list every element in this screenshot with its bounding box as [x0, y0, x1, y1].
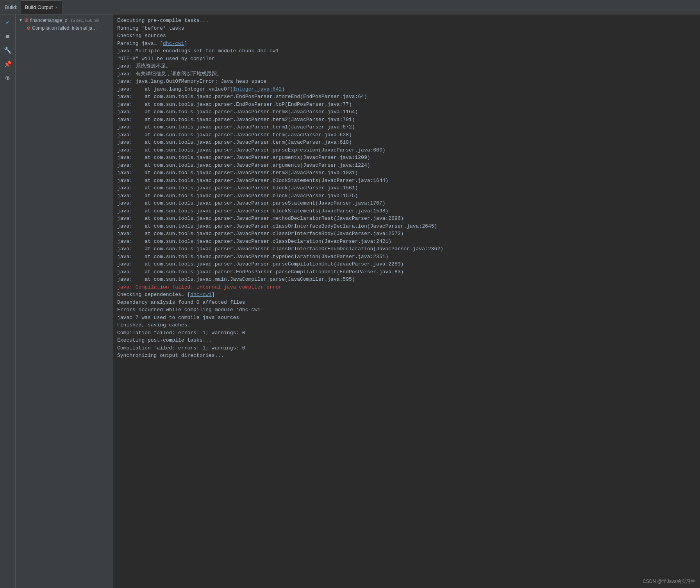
- output-line: java: at com.sun.tools.javac.parser.Java…: [117, 177, 696, 185]
- output-line: java: at com.sun.tools.javac.parser.Java…: [117, 184, 696, 192]
- output-line: java: at com.sun.tools.javac.parser.Java…: [117, 253, 696, 261]
- output-line: java: at com.sun.tools.javac.parser.EndP…: [117, 93, 696, 101]
- output-line: java: at com.sun.tools.javac.parser.Java…: [117, 131, 696, 139]
- output-line: java: java.lang.OutOfMemoryError: Java h…: [117, 78, 696, 86]
- main-layout: ✓ ◼ 🔧 📌 👁 ▼ ⊘ financemanage_z 15 sec, 65…: [0, 14, 700, 588]
- output-line: java: at com.sun.tools.javac.parser.Java…: [117, 123, 696, 131]
- output-link[interactable]: dhc-cw1: [163, 41, 184, 46]
- build-output-tab[interactable]: Build Output ×: [21, 0, 62, 14]
- output-line: Executing pre-compile tasks...: [117, 17, 696, 25]
- watermark: CSDN @学Java的实习生: [643, 578, 695, 585]
- output-line: Errors occurred while compiling module '…: [117, 306, 696, 314]
- output-line: java: at com.sun.tools.javac.parser.Java…: [117, 260, 696, 268]
- pin-icon[interactable]: 📌: [2, 58, 14, 71]
- output-line: java: at com.sun.tools.javac.parser.Java…: [117, 200, 696, 207]
- tab-close-button[interactable]: ×: [55, 5, 57, 10]
- output-line: java: at com.sun.tools.javac.parser.Java…: [117, 192, 696, 200]
- output-line: java: at com.sun.tools.javac.parser.Java…: [117, 230, 696, 238]
- output-line: Parsing java… [dhc-cw1]: [117, 40, 696, 48]
- output-line: java: at com.sun.tools.javac.main.JavaCo…: [117, 276, 696, 283]
- build-label: Build:: [0, 4, 21, 10]
- output-line: java: at com.sun.tools.javac.parser.Java…: [117, 154, 696, 162]
- sidebar: ✓ ◼ 🔧 📌 👁: [0, 14, 16, 588]
- output-line: Synchronizing output directories...: [117, 352, 696, 360]
- output-line: java: at java.lang.Integer.valueOf(Integ…: [117, 86, 696, 93]
- output-line: java: at com.sun.tools.javac.parser.Java…: [117, 238, 696, 246]
- output-line: Dependency analysis found 0 affected fil…: [117, 299, 696, 306]
- output-line: java: at com.sun.tools.javac.parser.Java…: [117, 245, 696, 253]
- output-line: Checking sources: [117, 32, 696, 40]
- output-line: Executing post-compile tasks...: [117, 337, 696, 344]
- output-line: Checking dependencies… [dhc-cw1]: [117, 291, 696, 299]
- output-link[interactable]: Integer.java:642: [233, 86, 282, 92]
- output-line: java: at com.sun.tools.javac.parser.Java…: [117, 108, 696, 116]
- output-line: Compilation failed: errors: 1; warnings:…: [117, 344, 696, 352]
- output-line: java: Compilation failed: internal java …: [117, 283, 696, 291]
- output-line: java: Multiple encodings set for module …: [117, 47, 696, 55]
- output-line: java: at com.sun.tools.javac.parser.Java…: [117, 146, 696, 154]
- output-line: Running 'before' tasks: [117, 25, 696, 32]
- output-line: java: at com.sun.tools.javac.parser.EndP…: [117, 268, 696, 276]
- output-line: java: at com.sun.tools.javac.parser.Java…: [117, 215, 696, 223]
- output-area[interactable]: Executing pre-compile tasks...Running 'b…: [113, 14, 700, 588]
- output-link[interactable]: dhc-cw1: [190, 292, 212, 298]
- output-line: java: 系统资源不足。: [117, 62, 696, 70]
- output-line: java: at com.sun.tools.javac.parser.Java…: [117, 223, 696, 230]
- eye-icon[interactable]: 👁: [2, 72, 14, 85]
- output-line: Compilation failed: errors: 1; warnings:…: [117, 329, 696, 337]
- build-item-name: financemanage_z: [30, 18, 67, 23]
- build-item-time: 15 sec, 658 ms: [70, 18, 100, 23]
- wrench-icon[interactable]: 🔧: [2, 44, 14, 57]
- output-line: java: at com.sun.tools.javac.parser.Java…: [117, 169, 696, 177]
- output-line: java: 有关详细信息，请参阅以下堆栈跟踪。: [117, 70, 696, 78]
- output-line: java: at com.sun.tools.javac.parser.Java…: [117, 139, 696, 146]
- output-line: Finished, saving caches…: [117, 321, 696, 329]
- output-line: java: at com.sun.tools.javac.parser.Java…: [117, 116, 696, 124]
- tab-label: Build Output: [25, 4, 53, 10]
- error-icon-main: ⊘: [24, 17, 29, 23]
- expand-arrow: ▼: [19, 18, 23, 22]
- build-item-sub-name: Compilation failed: internal ja…: [32, 25, 97, 31]
- output-line: java: at com.sun.tools.javac.parser.Java…: [117, 162, 696, 169]
- output-line: "UTF-8" will be used by compiler: [117, 55, 696, 63]
- stop-icon[interactable]: ◼: [2, 30, 14, 43]
- error-icon-sub: ⊘: [27, 25, 30, 31]
- output-line: java: at com.sun.tools.javac.parser.Java…: [117, 207, 696, 215]
- build-item-sub[interactable]: ⊘ Compilation failed: internal ja…: [16, 24, 113, 32]
- build-panel: ▼ ⊘ financemanage_z 15 sec, 658 ms ⊘ Com…: [16, 14, 113, 588]
- output-line: java: at com.sun.tools.javac.parser.EndP…: [117, 101, 696, 109]
- tab-bar: Build: Build Output ×: [0, 0, 700, 14]
- check-icon[interactable]: ✓: [2, 16, 14, 29]
- output-line: javac 7 was used to compile java sources: [117, 314, 696, 322]
- build-item-main[interactable]: ▼ ⊘ financemanage_z 15 sec, 658 ms: [16, 16, 113, 24]
